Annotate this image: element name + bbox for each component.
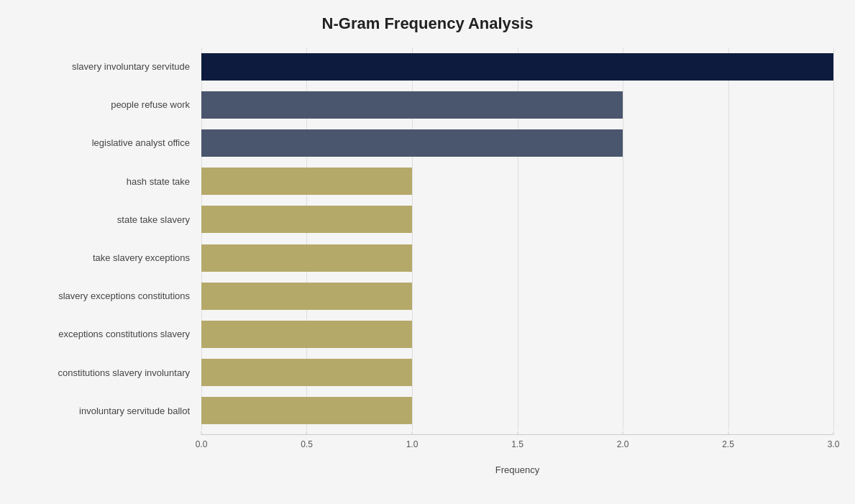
- bar-row: legislative analyst office: [201, 126, 833, 160]
- x-tick-label: 0.5: [301, 439, 313, 449]
- bar-row: involuntary servitude ballot: [201, 393, 833, 428]
- bar-row: state take slavery: [201, 202, 833, 237]
- bar: [201, 206, 412, 233]
- x-tick-line: [833, 431, 834, 435]
- x-tick-line: [201, 431, 202, 435]
- bar-row: slavery exceptions constitutions: [201, 279, 833, 313]
- bar-label: people refuse work: [22, 99, 196, 110]
- bar-label: state take slavery: [22, 214, 196, 225]
- bar-row: exceptions constitutions slavery: [201, 317, 833, 352]
- bar: [201, 359, 412, 386]
- chart-title: N-Gram Frequency Analysis: [322, 14, 534, 33]
- x-tick-line: [411, 431, 412, 435]
- bar-row: slavery involuntary servitude: [201, 50, 833, 84]
- x-tick-label: 1.0: [406, 439, 419, 449]
- bar: [201, 53, 833, 81]
- x-tick-label: 2.0: [617, 439, 629, 449]
- bar-label: involuntary servitude ballot: [22, 406, 196, 416]
- x-tick-line: [306, 431, 307, 435]
- bar-label: slavery involuntary servitude: [22, 61, 196, 72]
- bar-label: constitutions slavery involuntary: [22, 367, 196, 378]
- x-tick-line: [517, 431, 518, 435]
- bar: [201, 321, 412, 348]
- x-tick-line: [728, 431, 728, 435]
- grid-line: [833, 47, 834, 430]
- x-tick-label: 1.5: [511, 439, 523, 449]
- bar: [201, 129, 623, 157]
- bar: [201, 244, 412, 272]
- bar-label: exceptions constitutions slavery: [22, 329, 196, 339]
- x-tick-label: 0.0: [196, 439, 208, 449]
- x-tick-label: 2.5: [722, 439, 734, 449]
- bar-row: take slavery exceptions: [201, 241, 833, 275]
- x-axis: 0.00.51.01.52.02.53.0 Frequency: [22, 434, 833, 475]
- chart-area: slavery involuntary servitudepeople refu…: [22, 47, 833, 475]
- bar-label: slavery exceptions constitutions: [22, 290, 196, 301]
- bar-label: hash state take: [22, 176, 196, 187]
- bar: [201, 397, 412, 424]
- bar-label: legislative analyst office: [22, 137, 196, 148]
- x-tick-label: 3.0: [828, 439, 840, 449]
- bar: [201, 283, 412, 310]
- x-tick-line: [622, 431, 623, 435]
- x-axis-label: Frequency: [201, 464, 833, 475]
- bar-row: hash state take: [201, 164, 833, 198]
- bars-container: slavery involuntary servitudepeople refu…: [22, 47, 833, 430]
- bar-label: take slavery exceptions: [22, 252, 196, 263]
- bar-row: people refuse work: [201, 88, 833, 122]
- bar: [201, 168, 412, 195]
- bar: [201, 91, 623, 119]
- bar-row: constitutions slavery involuntary: [201, 355, 833, 390]
